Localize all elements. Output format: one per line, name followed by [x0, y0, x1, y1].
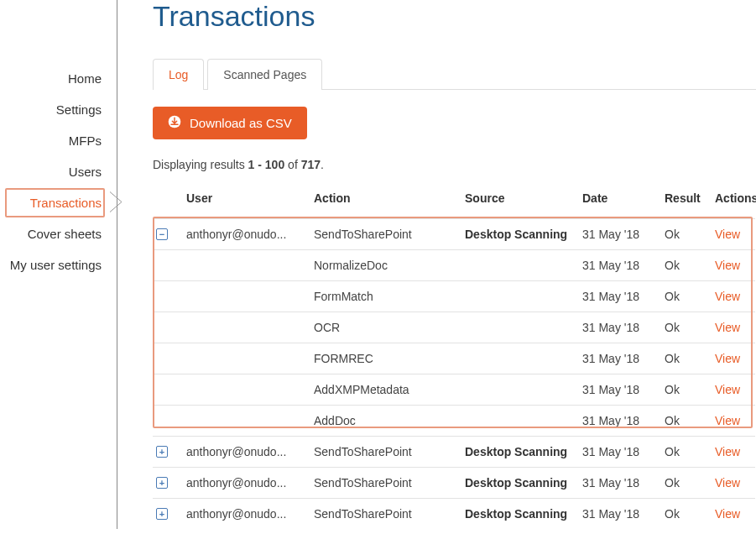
cell-source: Desktop Scanning [461, 436, 579, 467]
cell-result: Ok [661, 218, 712, 249]
cell-date: 31 May '18 [579, 374, 661, 405]
cell-action: OCR [310, 312, 461, 343]
cell-user: anthonyr@onudo... [183, 467, 310, 498]
cell-date: 31 May '18 [579, 436, 661, 467]
cell-date: 31 May '18 [579, 405, 661, 436]
collapse-icon[interactable]: − [156, 228, 168, 240]
cell-action: AddXMPMetadata [310, 374, 461, 405]
expand-cell [153, 280, 183, 312]
cell-date: 31 May '18 [579, 467, 661, 498]
cell-source: Desktop Scanning [461, 498, 579, 529]
cell-action: SendToSharePoint [310, 218, 461, 249]
cell-date: 31 May '18 [579, 249, 661, 280]
view-link[interactable]: View [712, 436, 755, 467]
tab-log[interactable]: Log [153, 59, 204, 90]
cell-date: 31 May '18 [579, 312, 661, 343]
cell-action: FORMREC [310, 343, 461, 374]
column-header-result: Result [661, 183, 712, 218]
expand-cell [153, 405, 183, 436]
expand-cell[interactable]: + [153, 498, 183, 529]
expand-icon[interactable]: + [156, 477, 168, 489]
sidebar-item-mfps[interactable]: MFPs [0, 125, 117, 156]
view-link[interactable]: View [712, 343, 755, 374]
column-header-action: Action [310, 183, 461, 218]
cell-date: 31 May '18 [579, 498, 661, 529]
cell-source [461, 343, 579, 374]
cell-date: 31 May '18 [579, 218, 661, 249]
download-csv-button[interactable]: Download as CSV [153, 107, 307, 139]
cell-source [461, 374, 579, 405]
cell-result: Ok [661, 249, 712, 280]
view-link[interactable]: View [712, 405, 755, 436]
cell-source: Desktop Scanning [461, 218, 579, 249]
cell-source [461, 249, 579, 280]
cell-result: Ok [661, 467, 712, 498]
cell-action: FormMatch [310, 280, 461, 312]
cell-result: Ok [661, 343, 712, 374]
cell-action: SendToSharePoint [310, 436, 461, 467]
expand-cell[interactable]: − [153, 218, 183, 249]
expand-icon[interactable]: + [156, 446, 168, 458]
cell-result: Ok [661, 374, 712, 405]
expand-cell[interactable]: + [153, 467, 183, 498]
cell-result: Ok [661, 498, 712, 529]
main-content: Transactions Log Scanned Pages Download … [117, 0, 756, 529]
cell-user: anthonyr@onudo... [183, 218, 310, 249]
view-link[interactable]: View [712, 498, 755, 529]
cell-action: NormalizeDoc [310, 249, 461, 280]
sidebar-item-home[interactable]: Home [0, 63, 117, 94]
cell-user [183, 343, 310, 374]
sidebar-item-label: MFPs [69, 134, 102, 148]
sidebar-item-cover-sheets[interactable]: Cover sheets [0, 218, 117, 249]
cell-source [461, 312, 579, 343]
cell-user: anthonyr@onudo... [183, 436, 310, 467]
cell-source: Desktop Scanning [461, 467, 579, 498]
column-header-date: Date [579, 183, 661, 218]
view-link[interactable]: View [712, 374, 755, 405]
sidebar-item-label: My user settings [10, 258, 102, 272]
view-link[interactable]: View [712, 467, 755, 498]
download-button-label: Download as CSV [190, 116, 292, 130]
cell-result: Ok [661, 312, 712, 343]
cell-user [183, 249, 310, 280]
expand-icon[interactable]: + [156, 508, 168, 520]
tabs: Log Scanned Pages [153, 58, 756, 90]
expand-cell [153, 374, 183, 405]
column-header-actions: Actions [712, 183, 755, 218]
sidebar-item-label: Home [68, 71, 102, 86]
tab-scanned-pages[interactable]: Scanned Pages [207, 59, 322, 90]
cell-source [461, 280, 579, 312]
column-header-user: User [183, 183, 310, 218]
cell-action: SendToSharePoint [310, 467, 461, 498]
cell-result: Ok [661, 280, 712, 312]
expand-cell [153, 343, 183, 374]
cell-user [183, 374, 310, 405]
sidebar: Home Settings MFPs Users Transactions Co… [0, 0, 117, 529]
sidebar-item-users[interactable]: Users [0, 156, 117, 187]
expand-cell [153, 249, 183, 280]
cell-user [183, 405, 310, 436]
cell-date: 31 May '18 [579, 343, 661, 374]
column-header-source: Source [461, 183, 579, 218]
view-link[interactable]: View [712, 218, 755, 249]
cell-user [183, 280, 310, 312]
page-title: Transactions [153, 0, 756, 33]
download-icon [168, 115, 181, 131]
sidebar-item-my-user-settings[interactable]: My user settings [0, 249, 117, 280]
tab-label: Scanned Pages [223, 68, 306, 81]
cell-source [461, 405, 579, 436]
cell-user: anthonyr@onudo... [183, 498, 310, 529]
tab-label: Log [169, 68, 188, 81]
view-link[interactable]: View [712, 249, 755, 280]
cell-result: Ok [661, 405, 712, 436]
sidebar-item-transactions[interactable]: Transactions [0, 187, 117, 218]
sidebar-item-settings[interactable]: Settings [0, 94, 117, 125]
expand-cell[interactable]: + [153, 436, 183, 467]
cell-result: Ok [661, 436, 712, 467]
cell-date: 31 May '18 [579, 280, 661, 312]
view-link[interactable]: View [712, 312, 755, 343]
view-link[interactable]: View [712, 280, 755, 312]
sidebar-item-label: Cover sheets [28, 227, 102, 241]
sidebar-item-label: Transactions [30, 196, 102, 210]
sidebar-item-label: Users [69, 165, 102, 179]
